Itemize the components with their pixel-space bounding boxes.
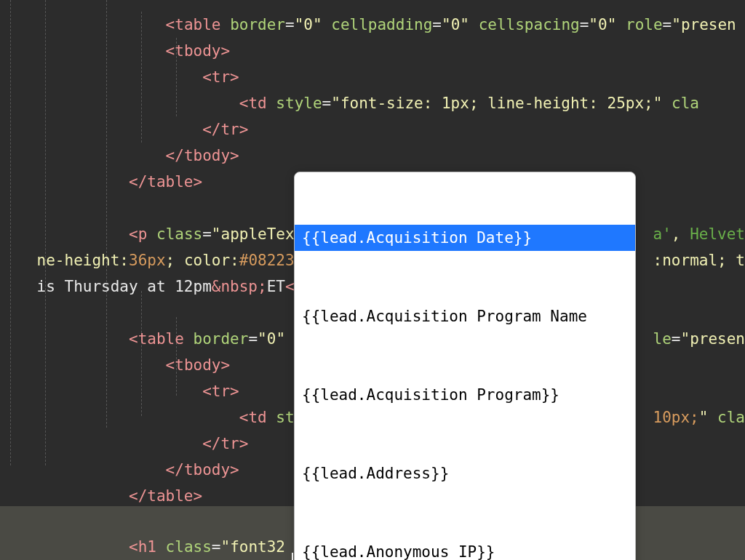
code-editor[interactable]: <table border="0" cellpadding="0" cellsp… bbox=[0, 0, 745, 560]
autocomplete-item[interactable]: {{lead.Acquisition Program Name bbox=[295, 303, 635, 329]
autocomplete-item[interactable]: {{lead.Address}} bbox=[295, 460, 635, 487]
code-line: </tbody> bbox=[0, 116, 745, 143]
autocomplete-popup[interactable]: {{lead.Acquisition Date}} {{lead.Acquisi… bbox=[294, 172, 636, 560]
autocomplete-item[interactable]: {{lead.Acquisition Program}} bbox=[295, 382, 635, 408]
code-line: </table> bbox=[0, 143, 745, 169]
autocomplete-item-selected[interactable]: {{lead.Acquisition Date}} bbox=[295, 225, 635, 251]
autocomplete-item[interactable]: {{lead.Anonymous IP}} bbox=[295, 539, 635, 560]
code-line: </tr> bbox=[0, 90, 745, 116]
text-cursor bbox=[292, 553, 293, 560]
code-line: <tbody> bbox=[0, 12, 745, 38]
code-line: <td style="font-size: 1px; line-height: … bbox=[0, 64, 745, 90]
code-line: <tr> bbox=[0, 38, 745, 64]
code-line: <table border="0" cellpadding="0" cellsp… bbox=[0, 0, 745, 12]
